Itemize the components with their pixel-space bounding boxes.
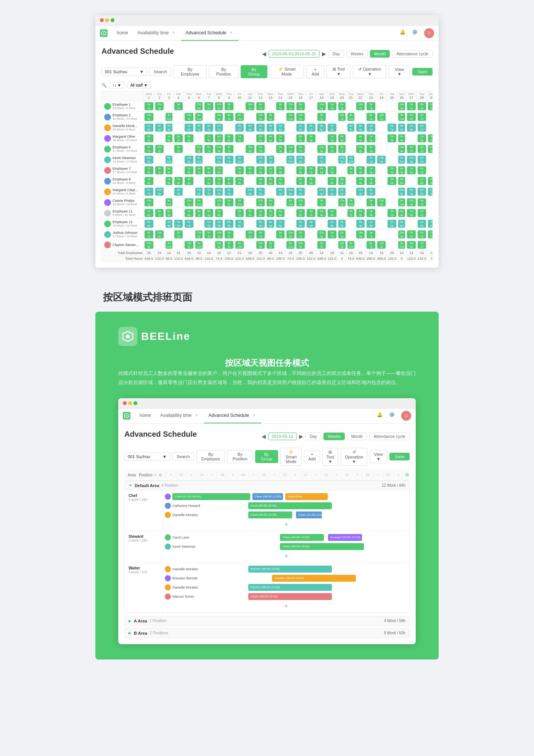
shift-cell[interactable] — [173, 208, 184, 219]
shift-cell[interactable]: 10a2p — [397, 144, 406, 154]
shift-cell[interactable] — [406, 219, 417, 229]
shift-cell[interactable]: 10a2p — [427, 229, 433, 240]
shift-cell[interactable]: 1a9p — [255, 208, 266, 219]
shift-cell[interactable] — [387, 154, 397, 165]
prev-date-btn[interactable]: ◀ — [262, 51, 266, 57]
shift-cell[interactable] — [306, 197, 317, 208]
by-employee-tab[interactable]: By Employee — [174, 65, 207, 78]
location-selector-2[interactable]: 001 Suzhou ▼ — [124, 452, 170, 461]
shift-cell[interactable]: 9a7p — [366, 229, 376, 240]
shift-cell[interactable] — [306, 187, 317, 197]
shift-cell[interactable] — [347, 133, 355, 144]
add-chef-emp-btn[interactable]: + — [163, 520, 409, 529]
carol-arrange-shift[interactable]: Arrange (15:00-19:00) — [328, 534, 362, 541]
shift-cell[interactable]: 9a11a — [234, 112, 245, 122]
shift-cell[interactable]: 1a9p — [184, 165, 195, 176]
tab2-advanced-schedule-close[interactable]: × — [251, 413, 257, 418]
shift-cell[interactable] — [387, 144, 397, 154]
shift-cell[interactable] — [245, 112, 256, 122]
shift-cell[interactable]: 9a11a — [234, 197, 245, 208]
shift-cell[interactable]: 9a2p — [214, 219, 224, 229]
shift-cell[interactable]: 8a4p — [245, 208, 256, 219]
shift-cell[interactable]: 8a4p — [306, 219, 317, 229]
shift-cell[interactable]: 10a2p — [316, 229, 327, 240]
shift-cell[interactable]: 10a2p — [397, 101, 406, 112]
shift-cell[interactable]: 10a2p — [144, 154, 154, 165]
shift-cell[interactable]: 10a2p — [337, 240, 347, 250]
shift-cell[interactable]: 8a4p — [306, 176, 317, 187]
shift-cell[interactable]: 8a4p — [316, 122, 327, 133]
cook-shift-1[interactable]: Cook (01:00-08:00) — [172, 493, 250, 500]
shift-cell[interactable] — [173, 165, 184, 176]
shift-cell[interactable]: 9a7p — [316, 197, 327, 208]
shift-cell[interactable]: 8a4p — [204, 208, 214, 219]
shift-cell[interactable]: 1a9p — [214, 122, 224, 133]
shift-cell[interactable]: 8a4p — [397, 133, 406, 144]
shift-cell[interactable] — [275, 240, 286, 250]
shift-cell[interactable]: 9a11a — [286, 112, 295, 122]
shift-cell[interactable]: 9a2p — [387, 219, 397, 229]
shift-cell[interactable] — [154, 197, 165, 208]
shift-cell[interactable]: 9a2p — [255, 176, 266, 187]
shift-cell[interactable] — [406, 133, 417, 144]
shift-cell[interactable] — [234, 229, 245, 240]
shift-cell[interactable]: 9a7p — [406, 101, 417, 112]
shift-cell[interactable]: 9a7p — [144, 101, 154, 112]
shift-cell[interactable]: 8a4p — [355, 176, 366, 187]
shift-cell[interactable]: 9a11a — [397, 197, 406, 208]
shift-cell[interactable]: 9a11a — [347, 197, 355, 208]
shift-cell[interactable]: 8a4p — [165, 122, 174, 133]
shift-cell[interactable]: 9a7p — [366, 154, 376, 165]
prev-date-btn-2[interactable]: ◀ — [262, 433, 266, 439]
view-attendance-btn[interactable]: Attendance cycle — [392, 50, 433, 58]
shift-cell[interactable] — [245, 176, 256, 187]
shift-cell[interactable]: 8a4p — [184, 176, 195, 187]
save-button-2[interactable]: Save — [389, 453, 410, 460]
view-weeks-btn[interactable]: Weeks — [346, 50, 367, 58]
close-dot-2[interactable] — [123, 401, 127, 405]
shift-cell[interactable]: 1a9p — [144, 165, 154, 176]
shift-cell[interactable]: 10a2p — [214, 187, 224, 197]
shift-cell[interactable]: 10a2p — [406, 197, 417, 208]
tab-home[interactable]: home — [112, 26, 133, 41]
shift-cell[interactable]: 1a9p — [406, 122, 417, 133]
shift-cell[interactable]: 8a4p — [144, 219, 154, 229]
shift-cell[interactable]: 9a7p — [366, 187, 376, 197]
shift-cell[interactable]: 9a7p — [337, 187, 347, 197]
shift-cell[interactable]: 9a7p — [366, 197, 376, 208]
shift-cell[interactable] — [376, 165, 387, 176]
shift-cell[interactable] — [376, 219, 387, 229]
shift-cell[interactable] — [154, 154, 165, 165]
shift-cell[interactable]: 9a7p — [255, 144, 266, 154]
shift-cell[interactable]: 10a2p — [376, 112, 387, 122]
shift-cell[interactable]: 10a2p — [316, 187, 327, 197]
shift-cell[interactable]: 10a2p — [286, 229, 295, 240]
shift-cell[interactable] — [184, 101, 195, 112]
location-selector[interactable]: 001 Suzhou ▼ — [101, 68, 147, 76]
shift-cell[interactable] — [204, 112, 214, 122]
shift-cell[interactable]: 9a7p — [295, 101, 306, 112]
kelly-shift[interactable]: Kelly Elliott — [285, 493, 328, 500]
shift-cell[interactable]: 9a11a — [165, 112, 174, 122]
shift-cell[interactable] — [234, 101, 245, 112]
shift-cell[interactable]: 8a4p — [144, 133, 154, 144]
shift-cell[interactable]: 9a7p — [337, 101, 347, 112]
shift-cell[interactable]: 10a2p — [214, 101, 224, 112]
shift-cell[interactable] — [194, 219, 204, 229]
view-month-btn[interactable]: Month — [370, 50, 390, 58]
view-day-btn[interactable]: Day — [328, 50, 344, 58]
shift-cell[interactable]: 8a4p — [224, 133, 235, 144]
shift-cell[interactable]: 10a2p — [295, 154, 306, 165]
shift-cell[interactable]: 10a2p — [255, 197, 266, 208]
shift-cell[interactable]: 9a7p — [275, 229, 286, 240]
shift-cell[interactable]: 10a2p — [406, 240, 417, 250]
shift-cell[interactable]: 9a11a — [286, 154, 295, 165]
shift-cell[interactable]: 1a9p — [214, 165, 224, 176]
shift-cell[interactable] — [306, 101, 317, 112]
shift-cell[interactable] — [327, 240, 338, 250]
shift-cell[interactable]: 8a4p — [275, 165, 286, 176]
shift-cell[interactable]: 1a9p — [234, 176, 245, 187]
shift-cell[interactable]: 8a4p — [144, 176, 154, 187]
shift-cell[interactable]: 1a9p — [327, 165, 338, 176]
shift-cell[interactable]: 8a4p — [184, 133, 195, 144]
